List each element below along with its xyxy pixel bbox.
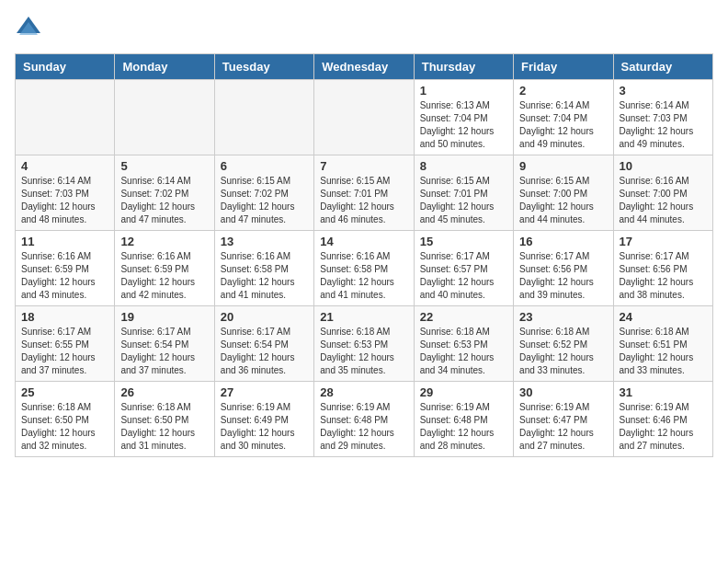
day-cell: 19Sunrise: 6:17 AMSunset: 6:54 PMDayligh…: [115, 306, 214, 382]
day-number: 17: [620, 235, 707, 248]
day-info: Sunrise: 6:14 AMSunset: 7:02 PMDaylight:…: [120, 175, 208, 226]
weekday-header-sunday: Sunday: [16, 54, 115, 80]
day-cell: 7Sunrise: 6:15 AMSunset: 7:01 PMDaylight…: [314, 155, 414, 231]
day-number: 18: [21, 310, 108, 324]
day-number: 5: [120, 159, 208, 173]
day-cell: 17Sunrise: 6:17 AMSunset: 6:56 PMDayligh…: [613, 231, 712, 306]
day-number: 19: [120, 310, 208, 324]
day-number: 26: [120, 385, 208, 399]
day-info: Sunrise: 6:18 AMSunset: 6:53 PMDaylight:…: [420, 326, 507, 377]
day-cell: 8Sunrise: 6:15 AMSunset: 7:01 PMDaylight…: [414, 155, 513, 231]
day-info: Sunrise: 6:17 AMSunset: 6:56 PMDaylight:…: [620, 250, 707, 302]
day-cell: 27Sunrise: 6:19 AMSunset: 6:49 PMDayligh…: [214, 382, 313, 457]
day-cell: 1Sunrise: 6:13 AMSunset: 7:04 PMDaylight…: [414, 80, 513, 155]
day-number: 13: [221, 235, 308, 248]
day-number: 25: [21, 385, 108, 399]
day-number: 8: [420, 159, 507, 173]
day-info: Sunrise: 6:16 AMSunset: 6:58 PMDaylight:…: [320, 250, 407, 302]
day-cell: 21Sunrise: 6:18 AMSunset: 6:53 PMDayligh…: [314, 306, 414, 382]
week-row-5: 25Sunrise: 6:18 AMSunset: 6:50 PMDayligh…: [16, 382, 713, 457]
week-row-4: 18Sunrise: 6:17 AMSunset: 6:55 PMDayligh…: [16, 306, 713, 382]
weekday-header-monday: Monday: [115, 54, 214, 80]
day-cell: 25Sunrise: 6:18 AMSunset: 6:50 PMDayligh…: [16, 382, 115, 457]
day-cell: 31Sunrise: 6:19 AMSunset: 6:46 PMDayligh…: [613, 382, 712, 457]
day-info: Sunrise: 6:18 AMSunset: 6:50 PMDaylight:…: [21, 401, 108, 453]
day-number: 21: [320, 310, 407, 324]
day-cell: 3Sunrise: 6:14 AMSunset: 7:03 PMDaylight…: [613, 80, 712, 155]
day-cell: [214, 80, 313, 155]
day-info: Sunrise: 6:14 AMSunset: 7:04 PMDaylight:…: [519, 99, 607, 151]
day-number: 22: [420, 310, 507, 324]
day-info: Sunrise: 6:16 AMSunset: 6:58 PMDaylight:…: [221, 250, 308, 302]
day-number: 14: [320, 235, 407, 248]
day-cell: 29Sunrise: 6:19 AMSunset: 6:48 PMDayligh…: [414, 382, 513, 457]
day-info: Sunrise: 6:18 AMSunset: 6:50 PMDaylight:…: [120, 401, 208, 453]
day-cell: [314, 80, 414, 155]
day-info: Sunrise: 6:15 AMSunset: 7:01 PMDaylight:…: [320, 175, 407, 226]
day-number: 24: [620, 310, 707, 324]
day-info: Sunrise: 6:19 AMSunset: 6:46 PMDaylight:…: [620, 401, 707, 453]
logo: [15, 15, 46, 42]
day-cell: 23Sunrise: 6:18 AMSunset: 6:52 PMDayligh…: [514, 306, 613, 382]
day-cell: [115, 80, 214, 155]
day-cell: [16, 80, 115, 155]
day-info: Sunrise: 6:19 AMSunset: 6:49 PMDaylight:…: [221, 401, 308, 453]
day-number: 31: [620, 385, 707, 399]
day-number: 2: [519, 84, 607, 98]
day-cell: 2Sunrise: 6:14 AMSunset: 7:04 PMDaylight…: [514, 80, 613, 155]
day-cell: 18Sunrise: 6:17 AMSunset: 6:55 PMDayligh…: [16, 306, 115, 382]
day-number: 10: [620, 159, 707, 173]
day-number: 23: [519, 310, 607, 324]
weekday-header-friday: Friday: [514, 54, 613, 80]
day-number: 27: [221, 385, 308, 399]
day-number: 16: [519, 235, 607, 248]
day-number: 7: [320, 159, 407, 173]
day-cell: 22Sunrise: 6:18 AMSunset: 6:53 PMDayligh…: [414, 306, 513, 382]
day-cell: 5Sunrise: 6:14 AMSunset: 7:02 PMDaylight…: [115, 155, 214, 231]
day-info: Sunrise: 6:19 AMSunset: 6:48 PMDaylight:…: [320, 401, 407, 453]
day-info: Sunrise: 6:17 AMSunset: 6:57 PMDaylight:…: [420, 250, 507, 302]
day-info: Sunrise: 6:17 AMSunset: 6:54 PMDaylight:…: [221, 326, 308, 377]
day-cell: 4Sunrise: 6:14 AMSunset: 7:03 PMDaylight…: [16, 155, 115, 231]
day-cell: 10Sunrise: 6:16 AMSunset: 7:00 PMDayligh…: [613, 155, 712, 231]
day-cell: 30Sunrise: 6:19 AMSunset: 6:47 PMDayligh…: [514, 382, 613, 457]
day-cell: 20Sunrise: 6:17 AMSunset: 6:54 PMDayligh…: [214, 306, 313, 382]
calendar: SundayMondayTuesdayWednesdayThursdayFrid…: [15, 53, 713, 457]
day-cell: 28Sunrise: 6:19 AMSunset: 6:48 PMDayligh…: [314, 382, 414, 457]
day-info: Sunrise: 6:14 AMSunset: 7:03 PMDaylight:…: [620, 99, 707, 151]
day-cell: 9Sunrise: 6:15 AMSunset: 7:00 PMDaylight…: [514, 155, 613, 231]
day-number: 9: [519, 159, 607, 173]
day-info: Sunrise: 6:17 AMSunset: 6:56 PMDaylight:…: [519, 250, 607, 302]
day-info: Sunrise: 6:18 AMSunset: 6:53 PMDaylight:…: [320, 326, 407, 377]
day-info: Sunrise: 6:18 AMSunset: 6:51 PMDaylight:…: [620, 326, 707, 377]
day-cell: 6Sunrise: 6:15 AMSunset: 7:02 PMDaylight…: [214, 155, 313, 231]
day-info: Sunrise: 6:17 AMSunset: 6:54 PMDaylight:…: [120, 326, 208, 377]
day-info: Sunrise: 6:15 AMSunset: 7:02 PMDaylight:…: [221, 175, 308, 226]
day-number: 1: [420, 84, 507, 98]
day-info: Sunrise: 6:14 AMSunset: 7:03 PMDaylight:…: [21, 175, 108, 226]
day-info: Sunrise: 6:19 AMSunset: 6:48 PMDaylight:…: [420, 401, 507, 453]
day-number: 11: [21, 235, 108, 248]
day-number: 30: [519, 385, 607, 399]
page-header: [15, 15, 713, 42]
day-cell: 15Sunrise: 6:17 AMSunset: 6:57 PMDayligh…: [414, 231, 513, 306]
day-cell: 16Sunrise: 6:17 AMSunset: 6:56 PMDayligh…: [514, 231, 613, 306]
day-number: 12: [120, 235, 208, 248]
weekday-header-thursday: Thursday: [414, 54, 513, 80]
day-info: Sunrise: 6:19 AMSunset: 6:47 PMDaylight:…: [519, 401, 607, 453]
day-info: Sunrise: 6:16 AMSunset: 7:00 PMDaylight:…: [620, 175, 707, 226]
day-number: 3: [620, 84, 707, 98]
day-cell: 14Sunrise: 6:16 AMSunset: 6:58 PMDayligh…: [314, 231, 414, 306]
day-cell: 26Sunrise: 6:18 AMSunset: 6:50 PMDayligh…: [115, 382, 214, 457]
day-number: 20: [221, 310, 308, 324]
week-row-3: 11Sunrise: 6:16 AMSunset: 6:59 PMDayligh…: [16, 231, 713, 306]
day-info: Sunrise: 6:15 AMSunset: 7:00 PMDaylight:…: [519, 175, 607, 226]
logo-icon: [15, 15, 42, 42]
day-number: 4: [21, 159, 108, 173]
week-row-2: 4Sunrise: 6:14 AMSunset: 7:03 PMDaylight…: [16, 155, 713, 231]
day-number: 28: [320, 385, 407, 399]
weekday-header-saturday: Saturday: [613, 54, 712, 80]
day-info: Sunrise: 6:16 AMSunset: 6:59 PMDaylight:…: [120, 250, 208, 302]
day-cell: 11Sunrise: 6:16 AMSunset: 6:59 PMDayligh…: [16, 231, 115, 306]
day-cell: 13Sunrise: 6:16 AMSunset: 6:58 PMDayligh…: [214, 231, 313, 306]
